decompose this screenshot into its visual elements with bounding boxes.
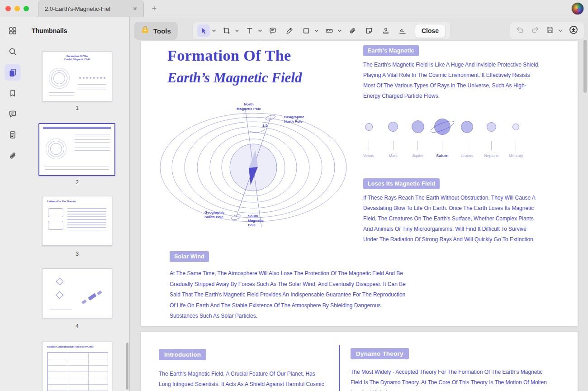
comment-icon[interactable] <box>5 106 21 122</box>
page-thumbnail-1[interactable]: Formation Of The Earth’s Magnetic Field <box>42 51 112 101</box>
window-titlebar: 2.0-Earth's-Magnetic-Fiel ✕ + <box>0 0 588 17</box>
select-tool-dropdown-icon[interactable] <box>212 29 216 33</box>
diagram-label-north-magnetic-pole: North <box>244 102 253 106</box>
page-thumbnail-4[interactable] <box>42 268 112 318</box>
toolbox-icon <box>141 25 150 36</box>
page-icon[interactable] <box>5 127 21 143</box>
paragraph-solar-wind: At The Same Time, The Atmosphere Will Al… <box>170 268 410 322</box>
apps-grid-icon[interactable] <box>5 23 21 39</box>
section-badge-earths-magnetic: Earth's Magnetic <box>363 45 419 56</box>
mini-text <box>67 208 106 232</box>
attachment-icon[interactable] <box>5 148 21 164</box>
annotation-toolbar: Close <box>192 22 450 40</box>
window-zoom-button[interactable] <box>24 6 29 11</box>
page-thumbnail-3[interactable]: Evidence For The Theories <box>42 196 112 246</box>
comment-tool[interactable] <box>266 24 279 37</box>
thumbnails-panel-icon[interactable] <box>5 64 21 81</box>
tools-button[interactable]: Tools <box>134 22 178 40</box>
thumbnails-panel: Thumbnails Formation Of The Earth’s Magn… <box>25 17 130 391</box>
planets-row: Venus Mars Jupiter Saturn <box>358 117 526 158</box>
planet-circle <box>365 123 373 131</box>
section-badge-introduction: Introduction <box>159 349 206 360</box>
panel-scrollbar-thumb[interactable] <box>126 343 128 390</box>
mini-title: Satellite Communications And Power Grids <box>47 345 94 348</box>
select-cursor-tool[interactable] <box>197 24 210 37</box>
user-avatar[interactable] <box>572 3 583 14</box>
section-badge-solar-wind: Solar Wind <box>170 251 209 262</box>
page-thumbnail-5[interactable]: Satellite Communications And Power Grids <box>42 342 112 391</box>
tab-close-icon[interactable]: ✕ <box>131 5 139 13</box>
mini-box <box>48 208 63 217</box>
page-number: 3 <box>25 251 129 257</box>
planet-label: Mercury <box>509 153 523 158</box>
stamp-tool[interactable] <box>379 24 392 37</box>
planet-label: Uranus <box>461 153 473 158</box>
crop-frame-tool[interactable] <box>220 24 233 37</box>
planet-jupiter: Jupiter <box>408 117 428 158</box>
planet-tick <box>393 141 394 150</box>
mini-text <box>75 134 110 152</box>
attachment-tool[interactable] <box>346 24 359 37</box>
mini-satellite-panel <box>81 300 87 305</box>
mini-band <box>43 127 111 129</box>
close-button[interactable]: Close <box>415 24 446 38</box>
text-tool-dropdown-icon[interactable] <box>258 29 262 33</box>
diagram-label-south-magnetic-pole: Pole <box>248 223 256 227</box>
diagram-label-geographic-north-pole: North Pole <box>284 119 303 124</box>
pen-tool[interactable] <box>283 24 296 37</box>
bookmark-icon[interactable] <box>5 85 21 101</box>
tab-title: 2.0-Earth's-Magnetic-Fiel <box>45 5 131 12</box>
sticker-tool[interactable] <box>363 24 375 37</box>
planet-circle <box>461 121 473 133</box>
document-page-2[interactable]: Introduction The Earth's Magnetic Field,… <box>141 332 578 391</box>
diagram-label-north-magnetic-pole: Magnetic Pole <box>237 107 261 111</box>
planet-label: Mars <box>389 153 398 158</box>
window-minimize-button[interactable] <box>14 6 20 11</box>
diagram-label-geographic-south-pole: Geographic <box>204 210 225 215</box>
measure-ruler-tool[interactable] <box>323 24 336 37</box>
text-tool[interactable] <box>243 24 256 37</box>
crop-tool-dropdown-icon[interactable] <box>235 29 239 33</box>
document-scrollbar-thumb[interactable] <box>583 40 587 93</box>
signature-tool[interactable] <box>396 24 409 37</box>
shape-rectangle-tool[interactable] <box>300 24 313 37</box>
app-body: Thumbnails Formation Of The Earth’s Magn… <box>0 17 588 391</box>
redo-icon[interactable] <box>531 25 540 36</box>
undo-icon[interactable] <box>516 25 525 36</box>
history-save-toolbar <box>510 22 584 40</box>
search-icon[interactable] <box>5 43 21 60</box>
planet-tick <box>442 141 442 150</box>
planet-tick <box>516 141 516 150</box>
mini-title: Evidence For The Theories <box>47 200 76 203</box>
shape-tool-dropdown-icon[interactable] <box>314 29 319 33</box>
document-title-line2: Earth’s Magnetic Field <box>167 70 302 86</box>
planet-tick <box>467 141 467 150</box>
circle-download-icon[interactable] <box>569 25 579 37</box>
planet-tick <box>417 141 418 150</box>
document-tab[interactable]: 2.0-Earth's-Magnetic-Fiel ✕ <box>38 0 144 17</box>
planet-label: Saturn <box>436 153 449 158</box>
new-tab-button[interactable]: + <box>149 4 159 14</box>
column-divider <box>339 345 340 391</box>
mini-diamond <box>56 291 64 299</box>
window-close-button[interactable] <box>5 6 11 11</box>
save-icon[interactable] <box>545 25 555 36</box>
section-badge-dynamo-theory: Dynamo Theory <box>351 348 409 359</box>
ruler-tool-dropdown-icon[interactable] <box>337 29 342 33</box>
mini-diagram <box>50 143 62 155</box>
page-thumbnail-2[interactable] <box>38 123 115 176</box>
planet-tick <box>369 141 369 150</box>
mini-text <box>78 84 106 92</box>
page-number: 1 <box>25 105 129 111</box>
paragraph-introduction: The Earth's Magnetic Field, A Crucial Fe… <box>159 369 325 391</box>
save-dropdown-icon[interactable] <box>558 29 563 33</box>
magnetic-field-diagram: North Magnetic Pole Geographic North Pol… <box>155 100 358 240</box>
section-badge-loses-field: Loses Its Magnetic Field <box>363 178 440 189</box>
mini-satellite <box>88 293 96 301</box>
planet-neptune: Neptune <box>481 117 502 158</box>
planet-tick <box>491 141 492 150</box>
document-page-1[interactable]: Formation Of The Earth’s Magnetic Field <box>141 41 578 326</box>
paragraph-earths-magnetic: The Earth's Magnetic Field Is Like A Hug… <box>363 60 542 101</box>
tools-button-label: Tools <box>153 27 171 35</box>
left-icon-rail <box>0 17 25 391</box>
